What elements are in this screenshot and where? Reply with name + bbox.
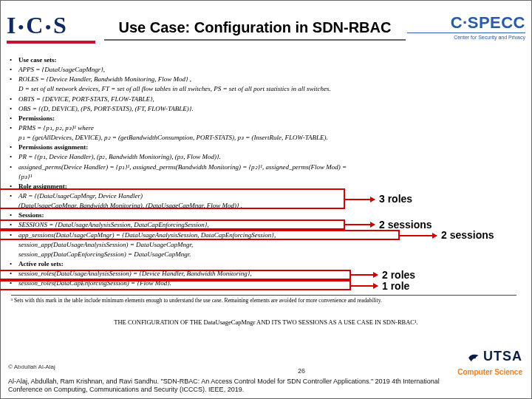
line-pr: PR = {(p₁, Device Handler), (p₂, Bandwid… [18,152,521,161]
heading-use-case-sets: Use case sets: [18,56,56,64]
line-obs: OBS = {(D, DEVICE), (PS, PORT-STATS), (F… [18,104,521,113]
line-assigned-perms-2: {p₃}¹ [18,172,521,181]
slide-title: Use Case: Configuration in SDN-RBAC [103,15,407,41]
slide-content: Use case sets: APPS = {DataUsageCapMngr}… [1,51,531,287]
box-sess-roles-2 [0,280,351,290]
box-app-sessions [0,230,400,240]
heading-sessions: Sessions: [18,211,44,219]
table-caption: THE CONFIGURATION OF THE DataUsageCapMng… [1,318,531,327]
page-number: 26 [298,367,305,375]
slide-footer: © Abdullah Al-Alaj Al-Alaj, Abdullah, Ra… [8,364,524,395]
arrow-2-sessions-b [400,235,437,236]
line-assigned-perms: assigned_perms(Device Handler) = {p₁}¹, … [18,163,521,171]
copyright: © Abdullah Al-Alaj [8,364,524,370]
line-roles: ROLES = {Device Handler, Bandwidth Monit… [18,75,521,83]
citation: Al-Alaj, Abdullah, Ram Krishnan, and Rav… [8,378,451,395]
label-2-sessions-b: 2 sessions [441,228,494,242]
heading-active-role: Active role sets: [18,260,64,267]
box-sessions [0,219,345,230]
heading-permissions: Permissions: [18,115,55,122]
footnote: ¹ Sets with this mark in the table inclu… [11,295,516,304]
label-3-roles: 3 roles [379,192,412,206]
line-d: D = set of all network devices, FT = set… [18,84,521,93]
label-1-role: 1 role [382,279,409,293]
utsa-logo: UTSA Computer Science [457,349,522,378]
line-obts: OBTS = {DEVICE, PORT-STATS, FLOW-TABLE}, [18,95,521,103]
arrow-3-roles [345,199,375,200]
line-p-defs: p₁ = (getAllDevices, DEVICE), p₂ = (getB… [18,133,521,142]
ics-logo: I•C•S [7,12,103,44]
box-sess-roles-1 [0,270,351,280]
cspecc-logo: C·SPECC Center for Security and Privacy [407,15,525,40]
arrow-2-roles [351,274,378,276]
line-prms: PRMS = {p₁, p₂, p₃}¹ where [18,123,521,132]
slide-header: I•C•S Use Case: Configuration in SDN-RBA… [1,1,531,51]
box-role-assignment [0,188,345,209]
heading-perm-assign: Permissions assignment: [18,143,88,151]
line-sess-app2: session_app(DataCapEnforcingSession) = D… [18,250,521,259]
arrow-2-sessions-a [345,224,375,225]
arrow-1-role [351,285,378,287]
line-apps: APPS = {DataUsageCapMngr}, [18,65,521,74]
roadrunner-icon [467,351,480,364]
